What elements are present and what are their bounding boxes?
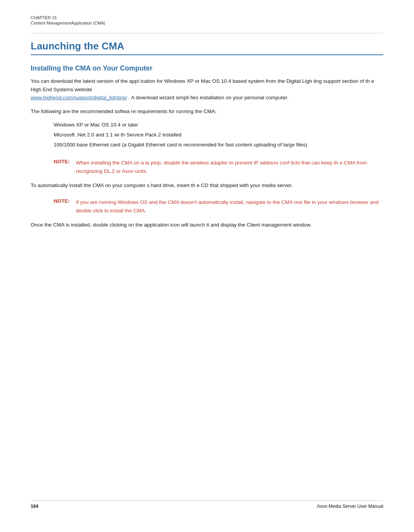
note-block-2: NOTE: If you are running Windows OS and … [54,198,383,215]
section-title: Installing the CMA on Your Computer [31,64,383,72]
note2-label: NOTE: [54,198,73,215]
requirements-intro: The following are the recommended softwa… [31,107,383,116]
page-footer: 164 Axon Media Server User Manual [31,500,383,509]
note1-text: When installing the CMA on a la ptop, di… [76,159,383,175]
chapter-header: CHAPTER 15 Content ManagementApplication… [31,15,383,25]
intro-paragraph: You can download the latest version of t… [31,77,383,102]
cd-paragraph: To automatically install the CMA on your… [31,181,383,190]
title-divider [31,54,383,55]
page-number: 164 [31,504,38,509]
chapter-subtitle: Content ManagementApplication (CMA) [31,21,383,25]
manual-title: Axon Media Server User Manual [317,504,383,509]
note1-label: NOTE: [54,159,73,175]
conclusion-paragraph: Once the CMA is installed, double clicki… [31,221,383,229]
top-divider [31,33,383,33]
note-block-1: NOTE: When installing the CMA on a la pt… [54,159,383,175]
website-link[interactable]: www.highend.com/support/digital_lighting… [31,95,127,100]
requirements-list: Windows XP or Mac OS 10.4 or later Micro… [54,121,383,150]
page-title: Launching the CMA [31,40,383,52]
req-item-1: Windows XP or Mac OS 10.4 or later [54,121,383,129]
chapter-label: CHAPTER 15 [31,15,383,20]
note2-text: If you are running Windows OS and the CM… [76,198,383,215]
req-item-2: Microsoft .Net 2.0 and 1.1 wi th Service… [54,131,383,139]
req-item-3: 100/1000 base Ethernet card (a Gigabit E… [54,141,383,149]
